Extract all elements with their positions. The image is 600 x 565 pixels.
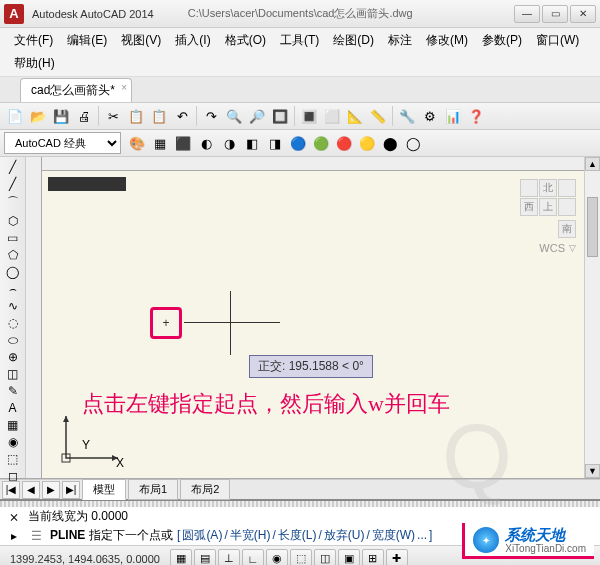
- draw-tool-btn-6[interactable]: ◯: [2, 264, 24, 280]
- prop-tool-btn-10[interactable]: 🟡: [356, 132, 378, 154]
- prop-tool-btn-8[interactable]: 🟢: [310, 132, 332, 154]
- status-toggle-1[interactable]: ▤: [194, 549, 216, 566]
- menu-item-1[interactable]: 编辑(E): [61, 30, 113, 51]
- std-tool-btn-16[interactable]: 🔧: [396, 105, 418, 127]
- menu-item-2[interactable]: 视图(V): [115, 30, 167, 51]
- menu-item-7[interactable]: 标注: [382, 30, 418, 51]
- draw-tool-btn-5[interactable]: ⬠: [2, 247, 24, 263]
- status-toggle-2[interactable]: ⊥: [218, 549, 240, 566]
- draw-tool-btn-1[interactable]: ╱: [2, 176, 24, 192]
- std-tool-btn-17[interactable]: ⚙: [419, 105, 441, 127]
- prop-tool-btn-9[interactable]: 🔴: [333, 132, 355, 154]
- prop-tool-btn-4[interactable]: ◑: [218, 132, 240, 154]
- status-toggle-6[interactable]: ◫: [314, 549, 336, 566]
- prop-tool-btn-7[interactable]: 🔵: [287, 132, 309, 154]
- status-toggle-5[interactable]: ⬚: [290, 549, 312, 566]
- status-toggle-3[interactable]: ∟: [242, 549, 264, 566]
- draw-tool-btn-11[interactable]: ⊕: [2, 349, 24, 365]
- std-tool-btn-1[interactable]: 📂: [27, 105, 49, 127]
- status-toggle-8[interactable]: ⊞: [362, 549, 384, 566]
- std-tool-btn-2[interactable]: 💾: [50, 105, 72, 127]
- menu-item-5[interactable]: 工具(T): [274, 30, 325, 51]
- menu-item-10[interactable]: 窗口(W): [530, 30, 585, 51]
- drawing-canvas[interactable]: 北 西上 南 WCS▽ 正交: 195.1588 < 0° 点击左键指定起点，然…: [42, 171, 584, 478]
- std-tool-btn-6[interactable]: 📋: [148, 105, 170, 127]
- layout-tab-1[interactable]: 布局1: [128, 479, 178, 500]
- scroll-up-icon[interactable]: ▲: [585, 157, 600, 171]
- layout-nav-1[interactable]: ◀: [22, 481, 40, 499]
- std-tool-btn-12[interactable]: 🔳: [298, 105, 320, 127]
- menu-item-8[interactable]: 修改(M): [420, 30, 474, 51]
- draw-tool-btn-0[interactable]: ╱: [2, 159, 24, 175]
- draw-tool-btn-14[interactable]: A: [2, 400, 24, 416]
- draw-tool-btn-15[interactable]: ▦: [2, 417, 24, 433]
- status-toggle-7[interactable]: ▣: [338, 549, 360, 566]
- menu-item-9[interactable]: 参数(P): [476, 30, 528, 51]
- layout-tab-2[interactable]: 布局2: [180, 479, 230, 500]
- prop-tool-btn-1[interactable]: ▦: [149, 132, 171, 154]
- close-tab-icon[interactable]: ×: [121, 82, 127, 93]
- prop-tool-btn-5[interactable]: ◧: [241, 132, 263, 154]
- std-tool-btn-0[interactable]: 📄: [4, 105, 26, 127]
- menu-item-6[interactable]: 绘图(D): [327, 30, 380, 51]
- close-button[interactable]: ✕: [570, 5, 596, 23]
- draw-tool-btn-4[interactable]: ▭: [2, 230, 24, 246]
- menu-item-11[interactable]: 帮助(H): [8, 53, 61, 74]
- draw-tool-btn-13[interactable]: ✎: [2, 383, 24, 399]
- std-tool-btn-3[interactable]: 🖨: [73, 105, 95, 127]
- status-toggle-9[interactable]: ✚: [386, 549, 408, 566]
- menu-item-3[interactable]: 插入(I): [169, 30, 216, 51]
- std-tool-btn-13[interactable]: ⬜: [321, 105, 343, 127]
- std-tool-btn-4[interactable]: ✂: [102, 105, 124, 127]
- std-tool-btn-19[interactable]: ❓: [465, 105, 487, 127]
- command-options[interactable]: [圆弧(A)/半宽(H)/长度(L)/放弃(U)/宽度(W)...]: [176, 528, 433, 542]
- work-area: ╱╱⌒⬡▭⬠◯⌢∿◌⬭⊕◫✎A▦◉⬚◻ 北 西上 南 WCS▽ 正交: 195.…: [0, 157, 600, 479]
- std-tool-btn-15[interactable]: 📏: [367, 105, 389, 127]
- draw-tool-btn-3[interactable]: ⬡: [2, 213, 24, 229]
- viewcube[interactable]: 北 西上: [520, 179, 576, 216]
- draw-tool-btn-12[interactable]: ◫: [2, 366, 24, 382]
- command-history-line: 当前线宽为 0.0000: [28, 508, 128, 525]
- prop-tool-btn-6[interactable]: ◨: [264, 132, 286, 154]
- scroll-down-icon[interactable]: ▼: [585, 464, 600, 478]
- std-tool-btn-18[interactable]: 📊: [442, 105, 464, 127]
- draw-tool-btn-8[interactable]: ∿: [2, 298, 24, 314]
- prop-tool-btn-0[interactable]: 🎨: [126, 132, 148, 154]
- std-tool-btn-9[interactable]: 🔍: [223, 105, 245, 127]
- draw-tool-btn-17[interactable]: ⬚: [2, 451, 24, 467]
- document-tab[interactable]: cad怎么画箭头* ×: [20, 78, 132, 102]
- menu-item-0[interactable]: 文件(F): [8, 30, 59, 51]
- draw-tool-btn-7[interactable]: ⌢: [2, 281, 24, 297]
- draw-tool-btn-16[interactable]: ◉: [2, 434, 24, 450]
- layout-tab-0[interactable]: 模型: [82, 479, 126, 500]
- std-tool-btn-14[interactable]: 📐: [344, 105, 366, 127]
- wcs-label[interactable]: WCS▽: [539, 242, 576, 254]
- std-tool-btn-11[interactable]: 🔲: [269, 105, 291, 127]
- prop-tool-btn-2[interactable]: ⬛: [172, 132, 194, 154]
- std-tool-btn-5[interactable]: 📋: [125, 105, 147, 127]
- prop-tool-btn-3[interactable]: ◐: [195, 132, 217, 154]
- layout-nav-3[interactable]: ▶|: [62, 481, 80, 499]
- viewcube-s[interactable]: 南: [558, 220, 576, 238]
- scroll-thumb[interactable]: [587, 197, 598, 257]
- layout-nav-0[interactable]: |◀: [2, 481, 20, 499]
- layout-nav-2[interactable]: ▶: [42, 481, 60, 499]
- draw-tool-btn-9[interactable]: ◌: [2, 315, 24, 331]
- vertical-scrollbar[interactable]: ▲ ▼: [584, 157, 600, 478]
- prop-tool-btn-11[interactable]: ⬤: [379, 132, 401, 154]
- std-tool-btn-8[interactable]: ↷: [200, 105, 222, 127]
- maximize-button[interactable]: ▭: [542, 5, 568, 23]
- horizontal-ruler: [42, 157, 584, 171]
- draw-tool-btn-2[interactable]: ⌒: [2, 193, 24, 212]
- workspace-select[interactable]: AutoCAD 经典: [4, 132, 121, 154]
- draw-tool-btn-10[interactable]: ⬭: [2, 332, 24, 348]
- std-tool-btn-7[interactable]: ↶: [171, 105, 193, 127]
- status-toggle-0[interactable]: ▦: [170, 549, 192, 566]
- status-toggle-4[interactable]: ◉: [266, 549, 288, 566]
- title-block: [48, 177, 126, 191]
- minimize-button[interactable]: —: [514, 5, 540, 23]
- std-tool-btn-10[interactable]: 🔎: [246, 105, 268, 127]
- prop-tool-btn-12[interactable]: ◯: [402, 132, 424, 154]
- command-close-icon[interactable]: ⨯: [6, 509, 22, 525]
- menu-item-4[interactable]: 格式(O): [219, 30, 272, 51]
